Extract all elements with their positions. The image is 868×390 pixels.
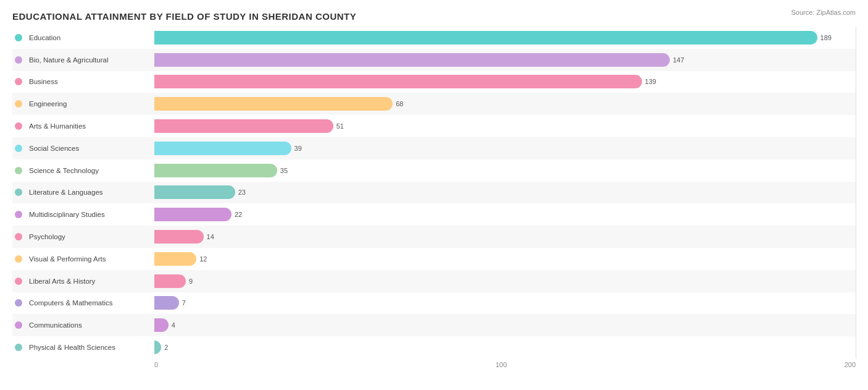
bar-row: 12 [154,248,856,270]
y-label-row: Arts & Humanities [12,115,154,137]
y-label-text: Communications [25,321,86,329]
bar [154,164,277,177]
bar-color-dot [15,167,22,174]
y-label-text: Multidisciplinary Studies [25,211,109,218]
y-label-text: Business [25,78,62,85]
bar [154,75,642,88]
bar-value-label: 51 [336,122,344,130]
bar-value-label: 7 [182,299,186,307]
bar-row: 23 [154,182,856,204]
bar-color-dot [15,344,22,351]
bar-value-label: 39 [294,145,302,152]
y-label-row: Communications [12,314,154,336]
bar-row: 4 [154,314,856,336]
y-label-text: Computers & Mathematics [25,299,117,307]
y-label-row: Social Sciences [12,137,154,159]
bar [154,341,161,354]
bar-row: 7 [154,292,856,315]
bar-color-dot [15,211,22,218]
y-label-row: Bio, Nature & Agricultural [12,49,154,71]
y-label-row: Business [12,71,154,93]
y-label-text: Psychology [25,233,69,240]
y-label-row: Literature & Languages [12,182,154,204]
bar-color-dot [15,321,22,329]
y-label-text: Literature & Languages [25,189,107,196]
y-label-text: Arts & Humanities [25,122,90,130]
bar-value-label: 2 [164,344,168,351]
bar [154,185,235,199]
bar-color-dot [15,145,22,152]
y-label-text: Visual & Performing Arts [25,255,109,263]
bar-color-dot [15,233,22,240]
y-label-row: Physical & Health Sciences [12,336,154,358]
bar [154,31,817,45]
chart-area: EducationBio, Nature & AgriculturalBusin… [12,27,856,358]
bar-color-dot [15,299,22,307]
bar-value-label: 22 [235,211,242,218]
bars-area: 18914713968513935232214129742 [154,27,856,358]
bar-value-label: 14 [207,233,214,240]
chart-container: EDUCATIONAL ATTAINMENT BY FIELD OF STUDY… [0,0,868,390]
y-label-text: Engineering [25,100,70,108]
bar-row: 14 [154,226,856,248]
bar-row: 147 [154,49,856,71]
bar-color-dot [15,100,22,108]
bar-value-label: 4 [172,321,175,329]
y-label-text: Bio, Nature & Agricultural [25,56,112,64]
y-label-row: Engineering [12,93,154,115]
bar-color-dot [15,278,22,285]
bar-row: 68 [154,93,856,115]
bar-value-label: 12 [199,255,207,263]
bar-value-label: 139 [645,78,656,85]
bar [154,53,670,67]
bar [154,119,333,133]
bar-value-label: 68 [396,100,403,108]
y-label-text: Education [25,34,64,41]
y-label-text: Social Sciences [25,145,83,152]
bar-row: 2 [154,336,856,358]
bar-row: 22 [154,203,856,226]
bar-row: 189 [154,27,856,49]
bar-color-dot [15,189,22,196]
bar-value-label: 35 [280,167,288,174]
x-axis: 0100200 [12,361,856,368]
bar-value-label: 147 [673,56,684,64]
bar [154,252,196,266]
x-tick-label: 200 [845,361,856,368]
bar-value-label: 189 [820,34,832,41]
bar-color-dot [15,255,22,263]
bar-color-dot [15,34,22,41]
bar-color-dot [15,122,22,130]
y-label-row: Science & Technology [12,159,154,182]
bar [154,318,169,332]
bar-color-dot [15,78,22,85]
y-label-row: Education [12,27,154,49]
x-tick-label: 100 [496,361,507,368]
bar [154,208,232,221]
bar-row: 35 [154,159,856,182]
bar-row: 139 [154,71,856,93]
y-label-row: Psychology [12,226,154,248]
bar [154,274,186,288]
bar [154,230,204,244]
y-label-text: Liberal Arts & History [25,278,99,285]
bar-row: 9 [154,270,856,292]
y-labels: EducationBio, Nature & AgriculturalBusin… [12,27,154,358]
chart-title: EDUCATIONAL ATTAINMENT BY FIELD OF STUDY… [12,11,856,22]
bar [154,296,179,310]
y-label-text: Physical & Health Sciences [25,344,119,351]
bar [154,97,393,111]
y-label-row: Liberal Arts & History [12,270,154,292]
x-tick-label: 0 [154,361,158,368]
bar [154,142,291,155]
grid-line [856,27,856,358]
y-label-row: Computers & Mathematics [12,292,154,315]
y-label-row: Multidisciplinary Studies [12,203,154,226]
bar-color-dot [15,56,22,64]
bar-value-label: 9 [189,278,193,285]
y-label-row: Visual & Performing Arts [12,248,154,270]
bar-value-label: 23 [238,189,246,196]
y-label-text: Science & Technology [25,167,102,174]
bar-row: 39 [154,137,856,159]
bar-row: 51 [154,115,856,137]
